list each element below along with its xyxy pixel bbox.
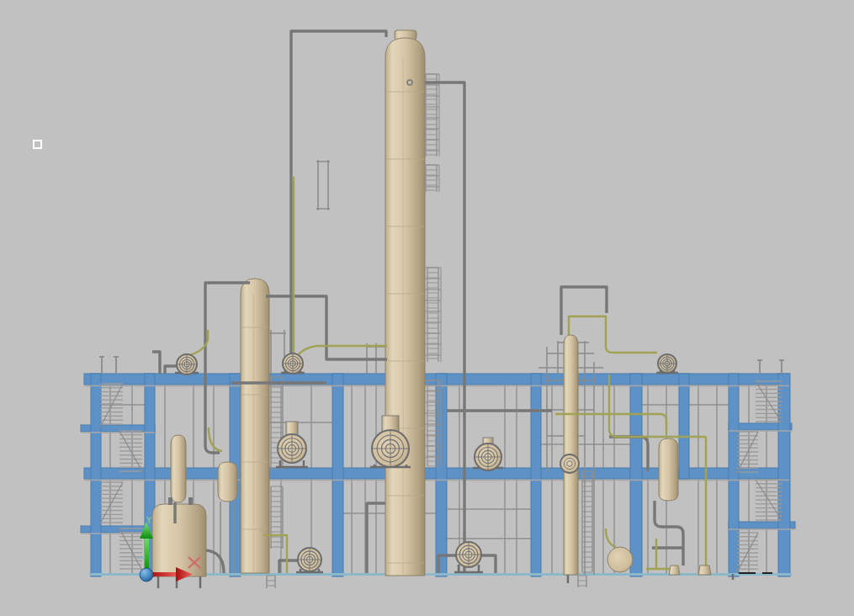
steel-column xyxy=(679,374,689,479)
steel-column xyxy=(778,374,790,576)
y-axis-arrow[interactable] xyxy=(145,534,149,571)
pump xyxy=(656,354,678,374)
support-foot xyxy=(698,566,711,575)
steel-column xyxy=(91,374,101,576)
cad-3d-scene[interactable]: Y xyxy=(0,0,854,616)
tank-nozzle xyxy=(168,497,172,505)
vessel-shell xyxy=(385,38,425,576)
vertical-drum xyxy=(171,435,186,502)
y-axis-label: Y xyxy=(146,516,152,525)
cad-viewport[interactable]: Y xyxy=(0,0,854,616)
vertical-drum xyxy=(659,438,678,501)
distillation-column-secondary xyxy=(241,279,269,573)
steel-column xyxy=(531,374,541,576)
pump xyxy=(281,353,305,374)
vertical-drum xyxy=(218,462,237,502)
ladder xyxy=(582,471,592,572)
support-foot xyxy=(669,566,680,575)
steel-column xyxy=(729,374,739,576)
distillation-column-main xyxy=(385,30,425,576)
pump xyxy=(175,354,199,374)
horizontal-tank xyxy=(607,547,633,572)
tank-nozzle xyxy=(188,497,193,505)
pump xyxy=(296,548,323,573)
steel-column xyxy=(630,374,642,576)
manway-flange xyxy=(560,454,579,473)
vessel-shell xyxy=(241,279,269,573)
origin-sphere[interactable] xyxy=(140,568,153,581)
x-axis-arrow[interactable] xyxy=(151,572,179,576)
steel-column xyxy=(332,374,343,576)
